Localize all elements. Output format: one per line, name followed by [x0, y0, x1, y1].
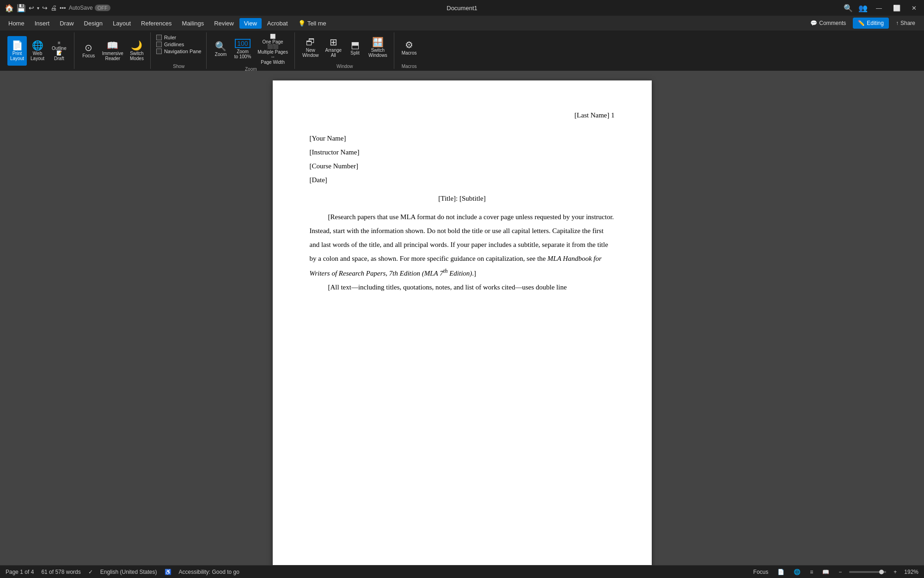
nav-pane-checkbox[interactable]	[156, 49, 162, 54]
menu-tell-me[interactable]: 💡Tell me	[294, 18, 331, 29]
web-layout-status-button[interactable]: 🌐	[792, 568, 802, 576]
document-area[interactable]: [Last Name] 1 [Your Name] [Instructor Na…	[0, 71, 924, 565]
date-line[interactable]: [Date]	[310, 173, 615, 187]
multiple-pages-icon: ⬛⬛	[267, 44, 278, 49]
gridlines-checkbox[interactable]	[156, 42, 162, 47]
zoom-thumb	[879, 570, 884, 574]
show-group-label: Show	[173, 64, 184, 69]
zoom-slider[interactable]	[849, 571, 886, 573]
print-layout-status-button[interactable]: 📄	[776, 568, 786, 576]
read-mode-status-button[interactable]: 📖	[820, 568, 831, 576]
zoom-icon: 🔍	[215, 42, 226, 51]
ribbon-macros-group: ⚙ Macros Macros	[395, 32, 423, 69]
minimize-button[interactable]: —	[873, 4, 885, 12]
menu-insert[interactable]: Insert	[30, 18, 55, 29]
zoom-in-button[interactable]: +	[892, 568, 899, 576]
outline-icon: ≡	[58, 40, 61, 45]
pencil-icon: ✏️	[858, 20, 865, 26]
search-icon[interactable]: 🔍	[844, 4, 853, 12]
outline-button[interactable]: ≡ Outline	[50, 41, 68, 50]
instructor-name-line[interactable]: [Instructor Name]	[310, 145, 615, 159]
menu-layout[interactable]: Layout	[108, 18, 135, 29]
status-bar: Page 1 of 4 61 of 578 words ✓ English (U…	[0, 565, 924, 578]
outline-status-button[interactable]: ≡	[808, 568, 815, 576]
document-title: Document1	[447, 5, 477, 12]
share-button[interactable]: ↑ Share	[891, 18, 920, 29]
document-title-line[interactable]: [Title]: [Subtitle]	[310, 191, 615, 205]
print-layout-icon: 📄	[12, 41, 23, 50]
language[interactable]: English (United States)	[100, 569, 157, 575]
save-icon[interactable]: 💾	[17, 4, 26, 12]
menu-references[interactable]: References	[136, 18, 176, 29]
new-window-button[interactable]: 🗗 New Window	[300, 33, 322, 62]
zoom-percent: 192%	[904, 569, 918, 575]
page-width-button[interactable]: ↔ Page Width	[256, 55, 290, 64]
home-icon[interactable]: 🏠	[5, 4, 14, 12]
menu-mailings[interactable]: Mailings	[177, 18, 209, 29]
macros-icon: ⚙	[405, 40, 413, 49]
menu-draw[interactable]: Draw	[55, 18, 78, 29]
menu-review[interactable]: Review	[209, 18, 239, 29]
your-name-line[interactable]: [Your Name]	[310, 131, 615, 145]
share-icon: ↑	[896, 20, 899, 26]
collab-icon[interactable]: 👥	[858, 4, 868, 12]
switch-modes-icon: 🌙	[131, 41, 142, 50]
one-page-icon: ⬜	[270, 34, 275, 39]
menu-home[interactable]: Home	[4, 18, 29, 29]
ruler-checkbox[interactable]	[156, 35, 162, 40]
autosave-toggle[interactable]: OFF	[95, 5, 110, 11]
redo-icon[interactable]: ↪	[42, 4, 48, 12]
gridlines-option[interactable]: Gridlines	[155, 41, 202, 48]
immersive-reader-icon: 📖	[107, 41, 118, 50]
focus-button[interactable]: ⊙ Focus	[79, 36, 98, 66]
ruler-option[interactable]: Ruler	[155, 34, 202, 41]
draft-button[interactable]: 📝 Draft	[50, 51, 68, 61]
more-tools-icon[interactable]: •••	[60, 5, 66, 12]
editing-button[interactable]: ✏️ Editing	[853, 18, 889, 29]
zoom-100-button[interactable]: 100 Zoom to 100%	[232, 34, 254, 64]
ribbon: 📄 Print Layout 🌐 Web Layout ≡ Outline 📝 …	[0, 31, 924, 71]
close-button[interactable]: ✕	[909, 4, 919, 12]
comments-button[interactable]: 💬 Comments	[805, 18, 851, 29]
zoom-button[interactable]: 🔍 Zoom	[211, 34, 231, 64]
one-page-button[interactable]: ⬜ One Page	[256, 34, 290, 43]
ribbon-show-group: Ruler Gridlines Navigation Pane Show	[152, 32, 207, 69]
spell-check-icon[interactable]: ✓	[88, 569, 93, 575]
redo-dropdown-icon[interactable]: ▾	[37, 6, 39, 11]
immersive-reader-button[interactable]: 📖 Immersive Reader	[99, 36, 126, 66]
focus-status-button[interactable]: Focus	[752, 568, 771, 576]
body-paragraph-2: [All text—including titles, quotations, …	[310, 280, 615, 294]
macros-button[interactable]: ⚙ Macros	[399, 33, 420, 62]
ribbon-zoom-group: 🔍 Zoom 100 Zoom to 100% ⬜ One Page ⬛⬛ Mu…	[208, 32, 295, 69]
maximize-button[interactable]: ⬜	[890, 4, 903, 12]
multiple-pages-button[interactable]: ⬛⬛ Multiple Pages	[256, 44, 290, 54]
menu-design[interactable]: Design	[80, 18, 107, 29]
nav-pane-option[interactable]: Navigation Pane	[155, 48, 202, 55]
web-layout-button[interactable]: 🌐 Web Layout	[28, 36, 47, 66]
focus-icon: ⊙	[85, 43, 92, 52]
macros-group-label: Macros	[402, 64, 417, 69]
zoom-100-icon: 100	[235, 39, 250, 48]
split-button[interactable]: ⬒ Split	[345, 33, 365, 62]
menu-view[interactable]: View	[239, 18, 262, 29]
switch-windows-button[interactable]: 🪟 Switch Windows	[366, 33, 390, 62]
zoom-group-label: Zoom	[245, 67, 257, 72]
ribbon-immersive-group: ⊙ Focus 📖 Immersive Reader 🌙 Switch Mode…	[75, 32, 151, 69]
undo-icon[interactable]: ↩	[29, 4, 34, 12]
comment-icon: 💬	[810, 20, 817, 26]
title-bar: 🏠 💾 ↩ ▾ ↪ 🖨 ••• AutoSave OFF Document1 🔍…	[0, 0, 924, 16]
course-number-line[interactable]: [Course Number]	[310, 159, 615, 173]
document-body[interactable]: [Research papers that use MLA format do …	[310, 210, 615, 294]
menu-acrobat[interactable]: Acrobat	[263, 18, 293, 29]
switch-modes-button[interactable]: 🌙 Switch Modes	[127, 36, 147, 66]
zoom-out-button[interactable]: −	[837, 568, 844, 576]
window-group-label: Window	[337, 64, 353, 69]
word-count: 61 of 578 words	[41, 569, 80, 575]
new-window-icon: 🗗	[306, 37, 315, 47]
print-layout-button[interactable]: 📄 Print Layout	[7, 36, 27, 66]
document-page[interactable]: [Last Name] 1 [Your Name] [Instructor Na…	[273, 80, 652, 565]
arrange-all-icon: ⊞	[330, 37, 337, 47]
ribbon-window-group: 🗗 New Window ⊞ Arrange All ⬒ Split 🪟 Swi…	[296, 32, 394, 69]
print-icon[interactable]: 🖨	[50, 4, 57, 12]
arrange-all-button[interactable]: ⊞ Arrange All	[323, 33, 345, 62]
